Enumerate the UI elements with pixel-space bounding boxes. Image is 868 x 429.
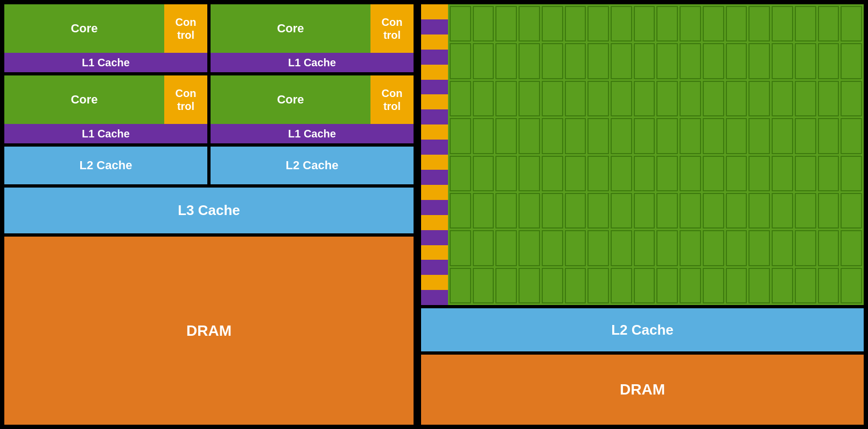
gpu-core-cell [703, 230, 724, 266]
gpu-core-cell [748, 268, 770, 303]
gpu-core-cell [680, 193, 701, 229]
gpu-core-cell [634, 230, 655, 266]
gpu-core-cell [634, 156, 655, 191]
gpu-core-cell [656, 81, 678, 116]
gpu-core-cell [542, 43, 563, 79]
gpu-core-cell [748, 118, 770, 154]
stripe-segment [421, 155, 448, 170]
gpu-core-cell [703, 6, 724, 41]
stripe-segment [421, 230, 448, 245]
gpu-core-cell [473, 118, 494, 154]
gpu-core-cell [450, 193, 471, 229]
gpu-core-cell [818, 43, 839, 79]
gpu-core-cell [841, 193, 862, 229]
gpu-core-cell [748, 156, 770, 191]
gpu-core-cell [587, 268, 609, 303]
gpu-core-cell [795, 230, 816, 266]
gpu-core-cell [748, 193, 770, 229]
gpu-core-cell [772, 43, 793, 79]
l2-cache-left: L2 Cache [4, 147, 207, 184]
gpu-core-cell [587, 81, 609, 116]
stripe-segment [421, 290, 448, 305]
gpu-core-cell [748, 81, 770, 116]
gpu-core-cell [495, 268, 517, 303]
gpu-core-cell [611, 268, 632, 303]
stripe-segment [421, 200, 448, 215]
gpu-core-cell [634, 193, 655, 229]
gpu-core-cell [634, 6, 655, 41]
gpu-core-cell [818, 268, 839, 303]
gpu-core-cell [542, 268, 563, 303]
cpu-dram: DRAM [4, 237, 414, 425]
gpu-core-cell [495, 193, 517, 229]
gpu-core-cell [473, 43, 494, 79]
gpu-core-cell [841, 6, 862, 41]
gpu-core-cell [772, 118, 793, 154]
stripe-segment [421, 19, 448, 34]
gpu-core-cell [565, 6, 586, 41]
core-3: Core [4, 75, 164, 124]
gpu-core-cell [519, 81, 540, 116]
gpu-core-cell [703, 43, 724, 79]
gpu-core-cell [565, 156, 586, 191]
cpu-diagram: Core Control L1 Cache Core Control L1 Ca [4, 4, 414, 425]
gpu-core-cell [634, 118, 655, 154]
gpu-core-cell [726, 268, 747, 303]
stripe-segment [421, 245, 448, 260]
stripe-segment [421, 109, 448, 124]
gpu-core-cell [542, 118, 563, 154]
gpu-core-cell [795, 81, 816, 116]
gpu-core-cell [818, 193, 839, 229]
core-2: Core [211, 4, 370, 53]
gpu-core-cell [726, 230, 747, 266]
l1-cache-3: L1 Cache [4, 124, 207, 143]
stripe-column [421, 4, 448, 305]
gpu-core-cell [473, 81, 494, 116]
gpu-core-cell [656, 268, 678, 303]
gpu-core-cell [473, 6, 494, 41]
stripe-segment [421, 185, 448, 200]
gpu-core-cell [473, 193, 494, 229]
gpu-core-cell [656, 118, 678, 154]
gpu-core-cell [565, 81, 586, 116]
gpu-core-cell [473, 268, 494, 303]
gpu-core-cell [473, 230, 494, 266]
gpu-core-cell [611, 81, 632, 116]
gpu-core-cell [495, 6, 517, 41]
core-block-1: Core Control L1 Cache [4, 4, 207, 72]
gpu-core-cell [519, 6, 540, 41]
core-row-2: Core Control L1 Cache Core Control L1 Ca [4, 75, 414, 143]
gpu-core-cell [841, 156, 862, 191]
core-block-3: Core Control L1 Cache [4, 75, 207, 143]
stripe-segment [421, 124, 448, 140]
gpu-core-cell [611, 156, 632, 191]
gpu-core-cell [818, 230, 839, 266]
gpu-core-cell [841, 118, 862, 154]
gpu-cores-grid [448, 4, 864, 305]
core-block-2: Core Control L1 Cache [211, 4, 414, 72]
gpu-core-cell [519, 193, 540, 229]
separator [414, 4, 421, 425]
control-1: Control [164, 4, 207, 53]
gpu-core-cell [634, 43, 655, 79]
gpu-core-cell [587, 6, 609, 41]
gpu-core-cell [495, 81, 517, 116]
gpu-core-cell [611, 193, 632, 229]
gpu-core-cell [656, 6, 678, 41]
stripe-segment [421, 215, 448, 230]
gpu-core-cell [565, 118, 586, 154]
core-block-4: Core Control L1 Cache [211, 75, 414, 143]
gpu-core-cell [587, 230, 609, 266]
gpu-core-cell [519, 230, 540, 266]
stripe-segment [421, 80, 448, 95]
gpu-core-cell [587, 118, 609, 154]
gpu-diagram: L2 Cache DRAM [421, 4, 864, 425]
gpu-core-cell [726, 193, 747, 229]
gpu-core-cell [703, 193, 724, 229]
gpu-core-cell [703, 118, 724, 154]
gpu-core-cell [519, 156, 540, 191]
gpu-core-cell [656, 43, 678, 79]
gpu-core-cell [726, 81, 747, 116]
gpu-core-cell [818, 6, 839, 41]
gpu-core-cell [841, 230, 862, 266]
